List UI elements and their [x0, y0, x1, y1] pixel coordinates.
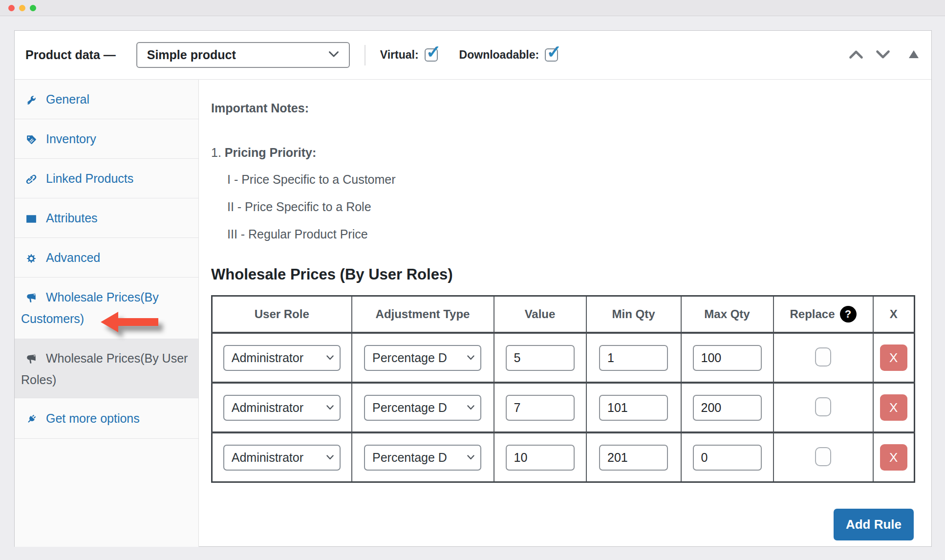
chevron-up-icon — [849, 50, 863, 61]
col-user-role: User Role — [212, 296, 352, 333]
maximize-icon[interactable] — [30, 5, 36, 11]
product-type-value: Simple product — [147, 48, 236, 62]
min-qty-input[interactable] — [599, 395, 668, 421]
adjustment-type-value: Percentage D — [372, 451, 465, 465]
index-card-icon — [26, 210, 37, 230]
product-data-header: Product data — Simple product Virtual: ✓… — [15, 31, 931, 80]
adjustment-type-select[interactable]: Percentage D — [364, 345, 481, 371]
priority-list: I - Price Specific to a Customer II - Pr… — [227, 166, 931, 248]
tag-icon — [26, 131, 37, 151]
checkmark-icon: ✓ — [426, 43, 441, 61]
priority-line: II - Price Specific to a Role — [227, 193, 931, 220]
delete-rule-button[interactable]: X — [880, 444, 907, 471]
red-arrow-annotation — [101, 312, 158, 338]
adjustment-type-select[interactable]: Percentage D — [364, 395, 481, 421]
wholesale-tab-content: Important Notes: 1. Pricing Priority: I … — [199, 80, 931, 547]
user-role-select[interactable]: Administrator — [223, 445, 341, 471]
close-icon[interactable] — [8, 5, 15, 11]
sidebar-item-inventory[interactable]: Inventory — [15, 119, 198, 159]
rule-row: Administrator Percentage D X — [212, 432, 915, 482]
user-role-select[interactable]: Administrator — [223, 345, 341, 371]
sidebar-item-general[interactable]: General — [15, 80, 198, 119]
min-qty-input[interactable] — [599, 445, 668, 471]
panel-body: General Inventory Linked Products — [15, 80, 931, 547]
chevron-down-icon — [876, 50, 890, 61]
col-delete: X — [873, 296, 915, 333]
replace-checkbox[interactable] — [815, 447, 831, 466]
link-icon — [26, 171, 37, 190]
move-up-button[interactable] — [849, 50, 863, 61]
adjustment-type-select[interactable]: Percentage D — [364, 445, 481, 471]
value-input[interactable] — [506, 395, 575, 421]
max-qty-input[interactable] — [693, 445, 762, 471]
sidebar-item-linked-products[interactable]: Linked Products — [15, 159, 198, 198]
wholesale-rules-table: User Role Adjustment Type Value Min Qty … — [211, 295, 915, 483]
panel-order-controls — [849, 50, 919, 61]
replace-header-label: Replace — [790, 307, 835, 321]
max-qty-input[interactable] — [693, 395, 762, 421]
downloadable-label: Downloadable: — [459, 48, 539, 62]
panel-title: Product data — — [25, 48, 116, 62]
virtual-checkbox[interactable]: ✓ — [425, 48, 438, 62]
sidebar-item-wholesale-by-user-roles[interactable]: Wholesale Prices(By User Roles) — [15, 339, 198, 398]
downloadable-checkbox[interactable]: ✓ — [545, 48, 558, 62]
min-qty-input[interactable] — [599, 345, 668, 371]
plug-icon — [26, 410, 37, 430]
important-notes-title: Important Notes: — [211, 101, 931, 115]
sidebar-item-wholesale-by-customers[interactable]: Wholesale Prices(By Customers) — [15, 278, 198, 339]
product-type-select[interactable]: Simple product — [136, 42, 350, 68]
priority-line: I - Price Specific to a Customer — [227, 166, 931, 193]
chevron-down-icon — [467, 405, 474, 410]
sidebar-item-label: Inventory — [46, 132, 96, 146]
product-data-sidebar: General Inventory Linked Products — [15, 80, 199, 547]
product-data-panel: Product data — Simple product Virtual: ✓… — [14, 30, 932, 547]
rule-row: Administrator Percentage D X — [212, 333, 915, 383]
checkmark-icon: ✓ — [546, 43, 561, 61]
user-role-value: Administrator — [232, 351, 324, 365]
add-rule-button[interactable]: Add Rule — [834, 509, 914, 540]
chevron-down-icon — [467, 455, 474, 460]
user-role-value: Administrator — [232, 451, 324, 465]
priority-line: III - Regular Product Price — [227, 220, 931, 248]
add-rule-row: Add Rule — [211, 509, 914, 540]
value-input[interactable] — [506, 445, 575, 471]
sidebar-item-label: Get more options — [46, 411, 140, 425]
delete-rule-button[interactable]: X — [880, 394, 907, 421]
collapse-panel-button[interactable] — [909, 50, 919, 60]
triangle-up-icon — [909, 50, 919, 60]
wrench-icon — [26, 91, 37, 111]
screen: Product data — Simple product Virtual: ✓… — [0, 0, 945, 560]
sidebar-item-advanced[interactable]: Advanced — [15, 238, 198, 278]
replace-checkbox[interactable] — [815, 397, 831, 416]
table-header-row: User Role Adjustment Type Value Min Qty … — [212, 296, 915, 333]
sidebar-item-label: Attributes — [46, 211, 98, 225]
value-input[interactable] — [506, 345, 575, 371]
col-adjustment-type: Adjustment Type — [352, 296, 494, 333]
sidebar-item-label: Linked Products — [46, 172, 133, 185]
chevron-down-icon — [326, 405, 334, 410]
chevron-down-icon — [467, 355, 474, 360]
wholesale-prices-heading: Wholesale Prices (By User Roles) — [211, 264, 931, 285]
sidebar-list: General Inventory Linked Products — [15, 80, 198, 439]
max-qty-input[interactable] — [693, 345, 762, 371]
replace-checkbox[interactable] — [815, 347, 831, 366]
gear-icon — [26, 250, 37, 269]
chevron-down-icon — [326, 355, 334, 360]
sidebar-item-label: General — [46, 92, 89, 106]
delete-rule-button[interactable]: X — [880, 345, 907, 371]
chevron-down-icon — [328, 51, 339, 60]
downloadable-group: Downloadable: ✓ — [459, 48, 558, 62]
minimize-icon[interactable] — [19, 5, 25, 11]
sidebar-item-label: Wholesale Prices(By User Roles) — [21, 351, 188, 387]
col-max-qty: Max Qty — [681, 296, 773, 333]
user-role-select[interactable]: Administrator — [223, 395, 341, 421]
chevron-down-icon — [326, 455, 334, 460]
sidebar-item-attributes[interactable]: Attributes — [15, 198, 198, 238]
move-down-button[interactable] — [876, 50, 890, 61]
sidebar-item-get-more-options[interactable]: Get more options — [15, 398, 198, 439]
user-role-value: Administrator — [232, 401, 324, 415]
pricing-priority-item: 1. Pricing Priority: — [211, 146, 931, 160]
megaphone-icon — [26, 289, 37, 309]
macos-titlebar — [0, 0, 945, 16]
help-icon[interactable]: ? — [840, 306, 857, 323]
